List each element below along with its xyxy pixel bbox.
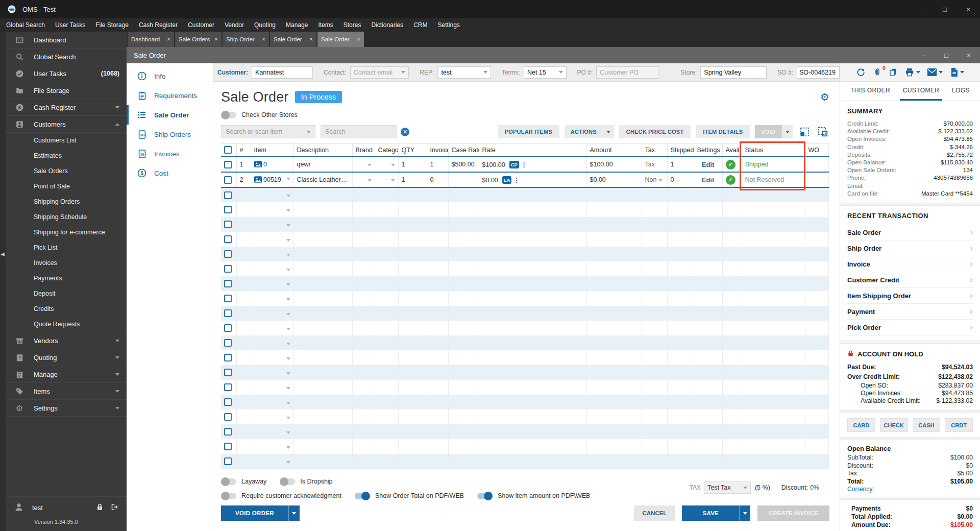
order-row[interactable]: 2 00519 Classic Leather Buckle... 1 0 <box>221 172 828 187</box>
item-search-select[interactable]: Search or scan item <box>221 125 315 138</box>
row-checkbox[interactable] <box>224 398 232 406</box>
item-description[interactable]: Classic Leather Buckle... <box>293 172 352 187</box>
chevron-down-icon[interactable] <box>286 402 290 404</box>
attachment-icon[interactable]: 0 <box>873 67 882 77</box>
chevron-down-icon[interactable] <box>286 269 290 271</box>
order-nav-ship-orders[interactable]: SH Ship Orders <box>127 125 213 144</box>
require-acknowledgment-toggle[interactable] <box>221 493 236 499</box>
document-tab[interactable]: Ship Order × <box>223 32 269 47</box>
payment-method-button[interactable]: CHECK <box>880 418 908 432</box>
row-checkbox[interactable] <box>224 295 232 302</box>
sidebar-subitem[interactable]: Payments <box>6 271 127 286</box>
contact-select[interactable]: Contact email <box>350 66 409 79</box>
is-dropship-toggle[interactable] <box>280 478 295 485</box>
order-nav-info[interactable]: Info <box>127 66 213 86</box>
menubar-item[interactable]: CRM <box>408 18 432 32</box>
print-icon[interactable] <box>904 67 920 77</box>
payment-method-button[interactable]: CASH <box>913 418 941 432</box>
recent-transaction-item[interactable]: Customer Credit› <box>847 272 973 288</box>
email-icon[interactable] <box>927 68 943 77</box>
chevron-down-icon[interactable] <box>286 343 290 345</box>
sidebar-item-quoting[interactable]: ? Quoting <box>6 349 127 366</box>
row-checkbox[interactable] <box>224 443 232 450</box>
row-checkbox[interactable] <box>224 324 232 332</box>
chevron-down-icon[interactable] <box>286 195 290 197</box>
sidebar-item-vendors[interactable]: Vendors <box>6 332 127 349</box>
show-item-amount-toggle[interactable] <box>477 493 493 499</box>
chevron-down-icon[interactable] <box>286 357 290 360</box>
gear-icon[interactable]: ⚙ <box>820 91 829 103</box>
chevron-down-icon[interactable] <box>286 431 290 434</box>
tab-close-icon[interactable]: × <box>167 36 170 43</box>
show-order-total-toggle[interactable] <box>355 493 370 499</box>
sidebar-subitem[interactable]: Deposit <box>6 286 127 301</box>
row-checkbox[interactable] <box>224 265 232 273</box>
tax-select[interactable]: Test Tax <box>704 481 751 494</box>
order-nav-invoices[interactable]: IN Invoices <box>127 144 213 163</box>
document-icon[interactable] <box>950 67 964 77</box>
lock-icon[interactable] <box>96 503 104 513</box>
sidebar-item-cash-register[interactable]: $ Cash Register <box>6 99 127 116</box>
sidebar-subitem[interactable]: Sale Orders <box>6 163 127 179</box>
sidebar-subitem[interactable]: Point of Sale <box>6 179 127 194</box>
sidebar-item-file-storage[interactable]: File Storage <box>6 82 127 99</box>
copy-icon[interactable] <box>889 67 898 77</box>
edit-link[interactable]: Edit <box>702 161 715 168</box>
row-checkbox[interactable] <box>224 176 232 184</box>
create-invoice-button[interactable]: CREATE INVOICE <box>757 505 829 521</box>
chevron-down-icon[interactable] <box>286 372 290 375</box>
recent-transaction-item[interactable]: Payment› <box>847 304 973 320</box>
sidebar-subitem[interactable]: Shipping for e-commerce <box>6 225 127 240</box>
close-icon[interactable]: × <box>957 0 980 18</box>
kebab-menu-icon[interactable]: ⋮ <box>521 161 527 168</box>
menubar-item[interactable]: Stores <box>338 18 366 32</box>
payment-method-button[interactable]: CRDT <box>945 418 973 432</box>
sidebar-subitem[interactable]: Pick List <box>6 240 127 255</box>
menubar-item[interactable]: Manage <box>281 18 313 32</box>
terms-select[interactable]: Net 15 <box>524 66 567 79</box>
item-description[interactable]: qewr <box>293 157 352 172</box>
menubar-item[interactable]: Cash Register <box>134 18 183 32</box>
recent-transaction-item[interactable]: Item Shipping Order› <box>847 288 973 304</box>
document-tab[interactable]: Sale Order × <box>270 32 316 47</box>
search-input[interactable] <box>321 125 397 138</box>
recent-transaction-item[interactable]: Ship Order› <box>847 240 973 256</box>
item-details-button[interactable]: ITEM DETAILS <box>696 125 750 138</box>
row-checkbox[interactable] <box>224 428 232 436</box>
row-checkbox[interactable] <box>224 457 232 465</box>
chevron-down-icon[interactable] <box>286 313 290 316</box>
payment-method-button[interactable]: CARD <box>847 418 875 432</box>
refresh-icon[interactable] <box>856 67 866 77</box>
save-button[interactable]: SAVE <box>682 505 739 521</box>
sidebar-subitem[interactable]: Shipping Schedule <box>6 209 127 225</box>
panel-tab[interactable]: THIS ORDER <box>847 82 893 101</box>
item-qty[interactable]: 1 <box>398 172 427 187</box>
tab-close-icon[interactable]: × <box>309 36 313 43</box>
close-icon[interactable]: × <box>958 47 980 63</box>
customer-input[interactable] <box>252 66 313 79</box>
kebab-menu-icon[interactable]: ⋮ <box>513 176 519 184</box>
sidebar-item-user-tasks[interactable]: User Tasks (1068) <box>6 65 127 82</box>
so-number-input[interactable] <box>797 66 840 79</box>
store-input[interactable] <box>700 66 767 79</box>
sidebar-subitem[interactable]: Quote Requests <box>6 317 127 332</box>
panel-tab[interactable]: LOGS <box>949 82 973 101</box>
panel-tab[interactable]: CUSTOMER <box>900 82 943 101</box>
row-checkbox[interactable] <box>224 339 232 347</box>
menubar-item[interactable]: Quoting <box>249 18 281 32</box>
cancel-button[interactable]: CANCEL <box>634 505 675 521</box>
menubar-item[interactable]: Items <box>313 18 338 32</box>
sidebar-subitem[interactable]: Credits <box>6 301 127 317</box>
menubar-item[interactable]: Dictionaries <box>366 18 408 32</box>
chevron-down-icon[interactable] <box>286 461 290 464</box>
maximize-icon[interactable]: □ <box>935 47 958 63</box>
chevron-down-icon[interactable] <box>286 224 290 227</box>
void-dropdown-icon[interactable] <box>781 125 793 138</box>
document-tab[interactable]: Sale Order × <box>317 32 364 47</box>
sidebar-subitem[interactable]: Customers List <box>6 133 127 148</box>
row-checkbox[interactable] <box>224 383 232 391</box>
document-tab[interactable]: Dashboard × <box>128 32 174 47</box>
sidebar-item-dashboard[interactable]: Dashboard <box>6 32 127 49</box>
sidebar-item-global-search[interactable]: Global Search <box>6 49 127 65</box>
sidebar-subitem[interactable]: Shipping Orders <box>6 194 127 209</box>
